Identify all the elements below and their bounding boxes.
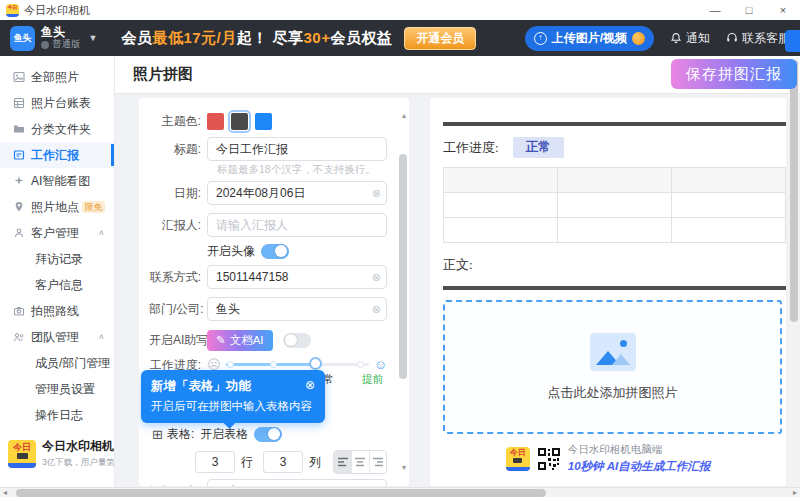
ai-assist-row: 开启AI助写: ✎文档AI — [149, 328, 387, 352]
table-cell[interactable] — [444, 218, 558, 243]
table-feature-tooltip: 新增「表格」功能 ⊗ 开启后可在拼图中输入表格内容 — [141, 370, 325, 423]
table-row — [444, 218, 786, 243]
clear-icon[interactable]: ⊗ — [372, 272, 381, 283]
table-cell[interactable] — [444, 168, 558, 193]
window-title: 今日水印相机 — [24, 3, 90, 18]
title-input[interactable] — [207, 137, 387, 161]
sidebar-item-customer-info[interactable]: 客户信息 — [0, 272, 114, 298]
report-body-input[interactable] — [207, 479, 387, 486]
customers-icon — [13, 227, 25, 239]
avatar-toggle[interactable] — [261, 244, 289, 259]
contact-row: 联系方式: ⊗ — [149, 264, 387, 290]
chevron-down-icon[interactable]: ▼ — [89, 33, 98, 43]
sidebar-item-operation-logs[interactable]: 操作日志 — [0, 402, 114, 428]
theme-dark-swatch[interactable] — [231, 113, 248, 130]
sad-face-icon: ☹ — [207, 358, 221, 371]
sidebar-item-photo-ledger[interactable]: 照片台账表 — [0, 90, 114, 116]
align-left-button[interactable] — [334, 451, 351, 473]
upgrade-button[interactable]: 开通会员 — [404, 27, 476, 50]
sidebar-item-admin-settings[interactable]: 管理员设置 — [0, 376, 114, 402]
image-placeholder-icon — [590, 333, 636, 371]
reporter-input[interactable] — [207, 213, 387, 237]
title-row: 标题: — [149, 136, 387, 162]
tooltip-close-icon[interactable]: ⊗ — [305, 378, 315, 392]
clear-icon[interactable]: ⊗ — [372, 304, 381, 315]
slider-track[interactable] — [226, 363, 369, 366]
notifications-button[interactable]: 通知 — [670, 30, 710, 47]
sidebar-item-work-report[interactable]: 工作汇报 — [0, 142, 114, 168]
scroll-down-icon[interactable]: ▾ — [402, 464, 406, 472]
sidebar-item-members[interactable]: 成员/部门管理 — [0, 350, 114, 376]
date-input[interactable] — [207, 181, 387, 205]
chevron-up-icon: ˄ — [99, 228, 104, 238]
cols-input[interactable] — [263, 451, 303, 473]
table-row — [444, 168, 786, 193]
contact-input[interactable] — [207, 265, 387, 289]
app-window: 今日 今日水印相机 — □ × 鱼头 鱼头 普通版 ▼ 会员最低17元/月起！ … — [0, 0, 800, 501]
align-right-button[interactable] — [369, 451, 386, 473]
table-cell[interactable] — [558, 218, 672, 243]
add-photos-dropzone[interactable]: 点击此处添加拼图照片 — [443, 300, 782, 434]
form-scrollbar-thumb[interactable] — [399, 154, 407, 379]
table-cell[interactable] — [558, 168, 672, 193]
team-icon — [13, 331, 25, 343]
table-cell[interactable] — [672, 193, 786, 218]
avatar[interactable]: 鱼头 — [10, 26, 35, 51]
table-cell[interactable] — [672, 218, 786, 243]
edge-panel-button[interactable] — [785, 30, 800, 52]
report-icon — [13, 149, 25, 161]
sidebar-item-photo-location[interactable]: 照片地点 限免 — [0, 194, 114, 220]
user-block[interactable]: 鱼头 普通版 — [41, 26, 81, 51]
vertical-scrollbar[interactable] — [789, 58, 799, 485]
clear-icon[interactable]: ⊗ — [372, 188, 381, 199]
camera-glyph — [513, 458, 522, 463]
close-icon[interactable]: × — [766, 0, 800, 20]
progress-status-badge: 正常 — [513, 137, 564, 158]
rows-input[interactable] — [195, 451, 235, 473]
collage-form: 主题色: 标题: 标题最多18个汉字，不支持换行。 日期: ⊗ — [139, 98, 409, 486]
main-area: 照片拼图 保存拼图汇报 主题色: 标题: 标题最多18个汉字，不支持 — [115, 56, 800, 487]
vertical-scrollbar-thumb[interactable] — [790, 60, 798, 322]
maximize-icon[interactable]: □ — [732, 0, 766, 20]
sidebar-group-team[interactable]: 团队管理 ˄ — [0, 324, 114, 350]
titlebar: 今日 今日水印相机 — □ × — [0, 0, 800, 20]
title-hint: 标题最多18个汉字，不支持换行。 — [149, 162, 387, 177]
ai-assist-toggle[interactable] — [283, 333, 311, 348]
slider-knob[interactable] — [309, 357, 322, 370]
table-cell[interactable] — [444, 193, 558, 218]
minimize-icon[interactable]: — — [698, 0, 732, 20]
app-logo-icon: 今日 — [6, 4, 19, 17]
form-scrollbar[interactable]: ▴ ▾ — [399, 112, 407, 472]
promo-dot-icon — [632, 32, 645, 45]
username: 鱼头 — [41, 26, 81, 40]
align-center-button[interactable] — [351, 451, 368, 473]
scroll-up-icon[interactable]: ▴ — [402, 112, 406, 120]
sidebar-item-visit-records[interactable]: 拜访记录 — [0, 246, 114, 272]
table-toggle[interactable] — [254, 427, 282, 442]
pen-icon: ✎ — [216, 333, 226, 347]
scroll-right-icon[interactable]: ▸ — [793, 488, 797, 498]
preview-footer: 今日 今日水印相机电脑端 10秒钟 AI自动生成工作汇报 — [430, 443, 786, 474]
scroll-left-icon[interactable]: ◂ — [3, 488, 7, 498]
report-preview: 工作进度: 正常 正文: 点击此处添加拼图照片 今日 — [430, 98, 786, 486]
brand-title: 今日水印相机 — [42, 438, 123, 455]
theme-red-swatch[interactable] — [207, 113, 224, 130]
support-button[interactable]: 联系客服 — [726, 30, 790, 47]
upload-button[interactable]: ↑ 上传图片/视频 — [525, 26, 654, 51]
horizontal-scrollbar[interactable]: ◂ ▸ — [0, 487, 800, 497]
sidebar-group-customers[interactable]: 客户管理 ˄ — [0, 220, 114, 246]
preview-divider — [443, 286, 786, 290]
doc-ai-badge[interactable]: ✎文档AI — [207, 330, 273, 351]
save-collage-button[interactable]: 保存拼图汇报 — [671, 59, 797, 89]
sidebar-item-folders[interactable]: 分类文件夹 — [0, 116, 114, 142]
sidebar-item-photo-route[interactable]: 拍照路线 — [0, 298, 114, 324]
preview-divider — [443, 122, 786, 126]
sidebar-item-all-photos[interactable]: 全部照片 — [0, 64, 114, 90]
table-cell[interactable] — [672, 168, 786, 193]
preview-body-label: 正文: — [443, 256, 786, 274]
theme-blue-swatch[interactable] — [255, 113, 272, 130]
department-input[interactable] — [207, 297, 387, 321]
horizontal-scrollbar-thumb[interactable] — [16, 489, 546, 497]
sidebar-item-ai-view[interactable]: AI智能看图 — [0, 168, 114, 194]
table-cell[interactable] — [558, 193, 672, 218]
